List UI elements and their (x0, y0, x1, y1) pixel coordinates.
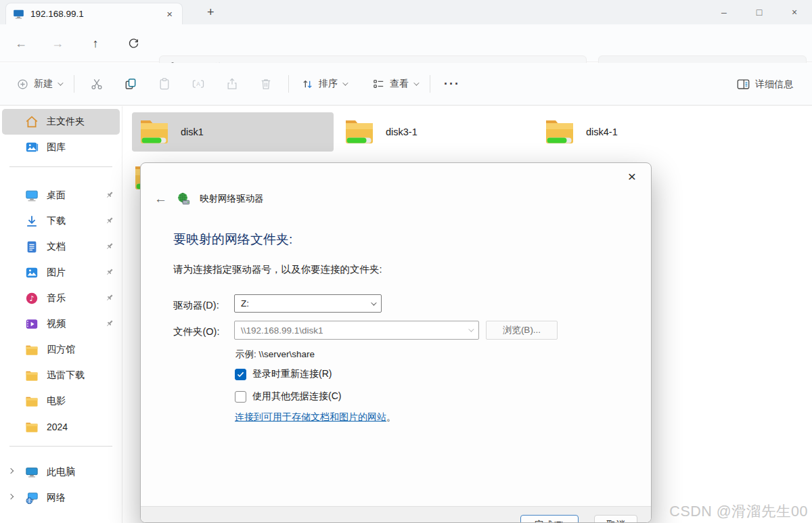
window-controls: – □ × (706, 0, 812, 24)
chevron-down-icon (413, 80, 419, 85)
folder-icon (25, 370, 39, 382)
refresh-button[interactable] (123, 34, 143, 53)
folder-icon (25, 422, 39, 433)
sidebar-item-music[interactable]: ♪ 音乐 (2, 286, 120, 311)
sort-icon (301, 78, 314, 91)
delete-button[interactable] (249, 72, 283, 96)
sidebar-item-label: 文档 (47, 241, 66, 253)
sidebar-item-network[interactable]: 网络 (2, 485, 120, 511)
dialog-footer: 完成(F) 取消 (141, 506, 651, 522)
credentials-checkbox-label[interactable]: 使用其他凭据连接(C) (252, 390, 341, 403)
sidebar-item-label: 电影 (47, 395, 66, 407)
rename-button[interactable]: A (181, 72, 215, 96)
maximize-button[interactable]: □ (742, 0, 777, 24)
reconnect-checkbox-label[interactable]: 登录时重新连接(R) (252, 368, 332, 380)
sidebar-item-label: 此电脑 (47, 466, 75, 478)
folder-path-combobox[interactable]: \\192.168.99.1\disk1 (234, 321, 479, 340)
watermark: CSDN @滑溜先生00 (669, 501, 808, 521)
map-network-drive-dialog: × ← 映射网络驱动器 要映射的网络文件夹: 请为连接指定驱动器号，以及你要连接… (140, 162, 652, 523)
folder-name: disk1 (181, 127, 204, 137)
gallery-icon (25, 141, 39, 154)
dialog-instruction: 请为连接指定驱动器号，以及你要连接的文件夹: (173, 263, 382, 276)
sort-button[interactable]: 排序 (294, 72, 353, 96)
view-button[interactable]: 查看 (365, 72, 424, 96)
pin-icon (105, 267, 114, 277)
forward-button[interactable]: → (47, 34, 68, 53)
reconnect-checkbox[interactable] (235, 369, 246, 380)
sidebar-item-documents[interactable]: 文档 (2, 234, 120, 260)
folder-tile-disk1[interactable]: disk1 (132, 112, 334, 152)
drive-label: 驱动器(D): (173, 299, 219, 312)
sidebar-item-label: 网络 (47, 492, 66, 504)
example-text: 示例: \\server\share (235, 348, 315, 361)
sidebar-item-videos[interactable]: 视频 (2, 311, 120, 337)
sidebar-item-desktop[interactable]: 桌面 (2, 183, 120, 208)
dialog-heading: 要映射的网络文件夹: (173, 231, 292, 248)
new-button[interactable]: 新建 (9, 72, 68, 96)
pin-icon (105, 319, 114, 328)
network-icon (25, 491, 39, 505)
tab-close-icon[interactable]: × (164, 8, 175, 20)
sidebar-item-pictures[interactable]: 图片 (2, 260, 120, 286)
drive-letter-value: Z: (241, 298, 249, 309)
new-tab-button[interactable]: + (202, 4, 220, 21)
folder-tile-disk4-1[interactable]: disk4-1 (537, 112, 739, 152)
explorer-tab[interactable]: 192.168.99.1 × (5, 3, 183, 24)
music-icon: ♪ (25, 292, 39, 305)
share-button[interactable] (215, 72, 249, 96)
copy-icon (124, 77, 137, 91)
rename-icon: A (191, 77, 205, 91)
dialog-close-icon[interactable]: × (624, 167, 640, 186)
sort-button-label: 排序 (319, 78, 338, 90)
drive-letter-select[interactable]: Z: (234, 294, 382, 313)
details-pane-button[interactable]: 详细信息 (729, 72, 800, 96)
home-icon (25, 115, 39, 129)
sidebar-item-thunder-downloads[interactable]: 迅雷下载 (2, 363, 120, 388)
cancel-button[interactable]: 取消 (594, 515, 637, 523)
file-explorer-window: 192.168.99.1 × + – □ × ← → ↑ (0, 0, 812, 523)
sidebar-item-this-pc[interactable]: 此电脑 (2, 459, 120, 485)
more-options-button[interactable]: ··· (436, 73, 468, 95)
chevron-down-icon (58, 80, 63, 85)
navigation-pane: 主文件夹 图库 桌面 下载 (0, 106, 122, 523)
folder-tile-disk3-1[interactable]: disk3-1 (337, 112, 539, 152)
up-button[interactable]: ↑ (85, 34, 106, 53)
paste-button[interactable] (148, 72, 181, 96)
sidebar-item-home[interactable]: 主文件夹 (2, 109, 120, 135)
map-drive-icon (177, 192, 190, 206)
chevron-down-icon (342, 80, 348, 85)
sidebar-item-gallery[interactable]: 图库 (2, 135, 120, 160)
toolbar-divider (430, 75, 430, 93)
folder-label: 文件夹(O): (173, 325, 219, 338)
navigation-bar: ← → ↑ 网络 192.168.99.1 (0, 24, 812, 62)
pin-icon (105, 242, 114, 251)
sidebar-item-label: 2024 (47, 422, 68, 432)
sidebar-item-movies[interactable]: 电影 (2, 388, 120, 414)
pin-icon (105, 293, 114, 302)
reconnect-checkbox-row: 登录时重新连接(R) (235, 368, 332, 380)
storage-website-link[interactable]: 连接到可用于存储文档和图片的网站 (235, 411, 386, 422)
sidebar-item-2024[interactable]: 2024 (2, 414, 120, 440)
sidebar-item-downloads[interactable]: 下载 (2, 208, 120, 234)
copy-button[interactable] (114, 72, 148, 96)
window-close-button[interactable]: × (777, 0, 812, 24)
back-button[interactable]: ← (11, 34, 31, 53)
minimize-button[interactable]: – (706, 0, 742, 24)
cut-button[interactable] (80, 72, 114, 96)
sidebar-item-label: 迅雷下载 (47, 369, 85, 382)
browse-button[interactable]: 浏览(B)... (486, 321, 558, 340)
shared-folder-icon (544, 118, 575, 145)
chevron-down-icon (468, 326, 474, 332)
finish-button[interactable]: 完成(F) (520, 515, 579, 523)
chevron-right-icon[interactable] (8, 494, 14, 499)
trash-icon (259, 77, 273, 91)
dialog-back-button[interactable]: ← (154, 191, 167, 206)
download-icon (25, 214, 39, 228)
credentials-checkbox[interactable] (235, 391, 246, 403)
new-button-label: 新建 (34, 78, 53, 90)
pin-icon (105, 190, 114, 200)
this-pc-icon (25, 465, 39, 479)
chevron-right-icon[interactable] (8, 468, 14, 474)
sidebar-item-sifangguan[interactable]: 四方馆 (2, 337, 120, 363)
computer-icon (13, 9, 24, 19)
